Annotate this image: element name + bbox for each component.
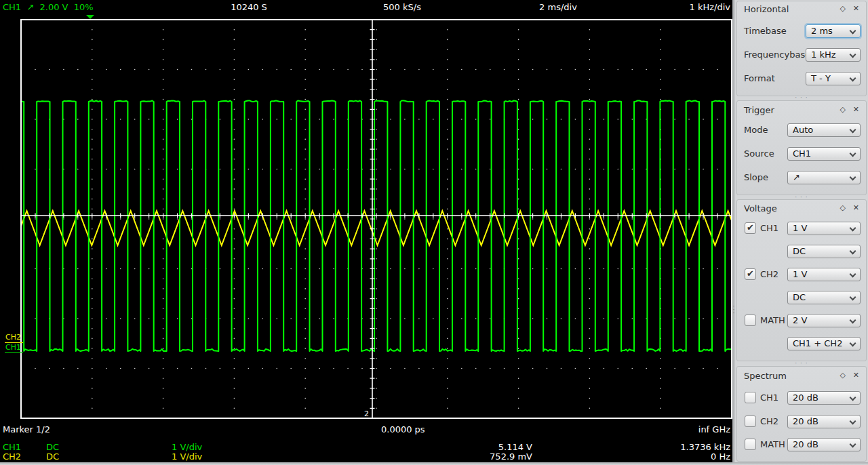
- trigger-mode-select[interactable]: Auto: [787, 123, 861, 137]
- spectrum-math-checkbox[interactable]: ✔: [745, 439, 756, 450]
- format-label: Format: [744, 72, 775, 85]
- frequencybase-value: 1 kHz: [811, 49, 836, 60]
- voltage-math-mode-select[interactable]: CH1 + CH2: [787, 337, 861, 350]
- dock-sidebar: Horizontal ◇ ✕ Timebase 2 ms Frequencyba…: [735, 0, 868, 462]
- trigger-source-value: CH1: [793, 148, 811, 159]
- chevron-down-icon: [850, 294, 856, 301]
- trigger-slope-label: Slope: [744, 171, 768, 184]
- timebase-select[interactable]: 2 ms: [806, 24, 861, 38]
- voltage-math-label: MATH: [760, 315, 785, 327]
- close-icon[interactable]: ✕: [853, 4, 859, 13]
- trigger-source-label: Source: [744, 147, 774, 161]
- voltage-ch1-gain-value: 1 V: [793, 223, 807, 233]
- undock-icon[interactable]: ◇: [840, 105, 846, 114]
- spectrum-math-magnitude-value: 20 dB: [793, 439, 818, 449]
- voltage-ch1-label: CH1: [760, 222, 778, 235]
- voltage-ch1-gain-select[interactable]: 1 V: [787, 222, 861, 235]
- ch2-coupling: DC: [46, 451, 59, 462]
- close-icon[interactable]: ✕: [853, 105, 859, 114]
- spectrum-ch1-magnitude-value: 20 dB: [793, 392, 818, 403]
- ch2-name: CH2: [3, 451, 21, 462]
- spectrum-ch1-checkbox[interactable]: ✔: [745, 392, 756, 403]
- chevron-down-icon: [850, 418, 856, 425]
- check-icon: ✔: [747, 222, 754, 232]
- voltage-ch2-gain-select[interactable]: 1 V: [787, 268, 861, 281]
- voltage-ch2-checkbox[interactable]: ✔: [745, 268, 756, 280]
- trigger-mode-label: Mode: [744, 123, 768, 137]
- spectrum-ch1-magnitude-select[interactable]: 20 dB: [787, 391, 861, 405]
- frequencybase-select[interactable]: 1 kHz: [806, 48, 861, 62]
- chevron-down-icon: [850, 150, 856, 157]
- scope-display[interactable]: CH1 ↗ 2.00 V 10% 10240 S 500 kS/s 2 ms/d…: [0, 0, 735, 462]
- chevron-down-icon: [850, 340, 856, 347]
- voltage-ch1-checkbox[interactable]: ✔: [745, 222, 756, 234]
- panel-spectrum: Spectrum ◇ ✕ ✔ CH1 20 dB ✔ CH2 20 dB ✔ M…: [736, 366, 867, 462]
- trigger-slope-select[interactable]: ↗: [787, 171, 861, 184]
- spectrum-ch2-label: CH2: [760, 416, 778, 428]
- marker-frequency-value: inf GHz: [629, 424, 730, 434]
- voltage-math-gain-select[interactable]: 2 V: [787, 314, 861, 327]
- frequencybase-label: Frequencybase: [744, 48, 810, 62]
- undock-icon[interactable]: ◇: [840, 371, 846, 380]
- ch2-frequency-value: 0 Hz: [629, 451, 730, 462]
- undock-icon[interactable]: ◇: [840, 4, 846, 13]
- ch2-gain: 1 V/div: [172, 451, 202, 462]
- chevron-down-icon: [850, 127, 856, 134]
- ch1-gain: 1 V/div: [172, 442, 202, 452]
- panel-voltage: Voltage ◇ ✕ ✔ CH1 1 V DC ✔ CH2 1 V: [736, 199, 867, 361]
- undock-icon[interactable]: ◇: [840, 203, 846, 212]
- ch1-amplitude-value: 5.114 V: [431, 442, 532, 452]
- ch1-offset-label[interactable]: CH1: [5, 344, 23, 353]
- spectrum-ch2-magnitude-value: 20 dB: [793, 416, 818, 426]
- voltage-math-gain-value: 2 V: [793, 315, 807, 325]
- window-bottom-edge: [0, 462, 868, 465]
- panel-horizontal: Horizontal ◇ ✕ Timebase 2 ms Frequencyba…: [736, 1, 867, 96]
- voltage-math-mode-value: CH1 + CH2: [793, 338, 842, 348]
- marker-2-handle[interactable]: 2: [359, 409, 369, 418]
- voltage-ch1-coupling-select[interactable]: DC: [787, 245, 861, 258]
- spectrum-ch2-checkbox[interactable]: ✔: [745, 416, 756, 427]
- chevron-down-icon: [850, 271, 856, 278]
- ch2-amplitude-value: 752.9 mV: [431, 451, 532, 462]
- spectrum-ch2-magnitude-select[interactable]: 20 dB: [787, 415, 861, 428]
- chevron-down-icon: [850, 174, 856, 181]
- chevron-down-icon: [850, 395, 856, 401]
- chevron-down-icon: [850, 75, 856, 82]
- voltage-ch2-label: CH2: [760, 268, 778, 281]
- spectrum-math-label: MATH: [760, 439, 785, 451]
- format-value: T - Y: [811, 73, 831, 83]
- chevron-down-icon: [850, 248, 856, 255]
- rising-slope-icon: ↗: [793, 172, 800, 182]
- ch2-offset-label[interactable]: CH2: [5, 333, 23, 343]
- trigger-source-select[interactable]: CH1: [787, 147, 861, 161]
- spectrum-ch1-label: CH1: [760, 392, 778, 404]
- close-icon[interactable]: ✕: [853, 371, 859, 380]
- panel-trigger: Trigger ◇ ✕ Mode Auto Source CH1 Slope ↗: [736, 100, 867, 195]
- voltage-ch1-coupling-value: DC: [793, 246, 806, 256]
- chevron-down-icon: [850, 317, 856, 324]
- close-icon[interactable]: ✕: [853, 203, 859, 212]
- chevron-down-icon: [850, 441, 856, 448]
- chevron-down-icon: [850, 52, 856, 58]
- chevron-down-icon: [850, 225, 856, 232]
- check-icon: ✔: [747, 268, 754, 279]
- timebase-value: 2 ms: [811, 26, 833, 36]
- voltage-math-checkbox[interactable]: ✔: [745, 315, 756, 326]
- voltage-ch2-coupling-value: DC: [793, 292, 806, 302]
- ch1-name: CH1: [3, 442, 21, 452]
- voltage-ch2-gain-value: 1 V: [793, 269, 807, 279]
- voltage-ch2-coupling-select[interactable]: DC: [787, 291, 861, 304]
- ch1-coupling: DC: [46, 442, 59, 452]
- format-select[interactable]: T - Y: [806, 72, 861, 85]
- panel-voltage-title: Voltage: [744, 203, 777, 214]
- panel-trigger-title: Trigger: [744, 105, 774, 115]
- waveform-plot[interactable]: [0, 0, 735, 422]
- panel-horizontal-title: Horizontal: [744, 4, 789, 14]
- timebase-label: Timebase: [744, 24, 787, 38]
- marker-label: Marker 1/2: [3, 424, 50, 434]
- ch1-frequency-value: 1.3736 kHz: [629, 442, 730, 452]
- chevron-down-icon: [850, 28, 856, 35]
- panel-spectrum-title: Spectrum: [744, 371, 787, 381]
- marker-time-value: 0.0000 ps: [381, 424, 425, 434]
- spectrum-math-magnitude-select[interactable]: 20 dB: [787, 438, 861, 451]
